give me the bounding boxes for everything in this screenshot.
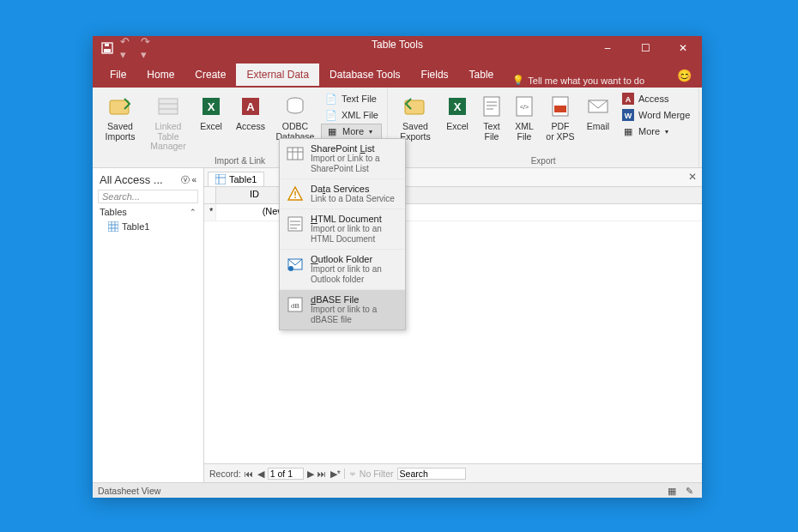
- tab-file[interactable]: File: [100, 63, 136, 86]
- doc-close-button[interactable]: ✕: [688, 171, 697, 183]
- svg-rect-2: [105, 44, 109, 46]
- svg-text:</>: </>: [520, 104, 529, 110]
- dd-item-icon: [285, 143, 305, 164]
- minimize-button[interactable]: –: [589, 36, 626, 60]
- record-position-input[interactable]: [268, 468, 304, 480]
- tab-home[interactable]: Home: [136, 63, 184, 86]
- redo-icon[interactable]: ↷ ▾: [141, 40, 156, 56]
- datasheet-view-button[interactable]: ▦: [664, 486, 680, 496]
- export-access-button[interactable]: AAccess: [618, 91, 693, 106]
- group-export: Saved Exports X Excel Text File </> XML …: [388, 88, 699, 167]
- maximize-button[interactable]: ☐: [626, 36, 664, 60]
- import-access-button[interactable]: A Access: [232, 91, 269, 134]
- odbc-icon: [281, 93, 309, 120]
- svg-rect-15: [484, 97, 499, 116]
- nav-item-label: Table1: [122, 221, 149, 232]
- export-more-button[interactable]: ▦More▾: [618, 124, 693, 139]
- nav-item-table1[interactable]: Table1: [93, 219, 203, 234]
- import-xml-file-button[interactable]: 📄XML File: [321, 107, 382, 123]
- nav-pane-title[interactable]: All Access ... ⓥ «: [93, 168, 203, 188]
- nav-next-button[interactable]: ▶: [307, 469, 314, 479]
- linked-table-manager-label: Linked Table Manager: [148, 122, 189, 152]
- lightbulb-icon: 💡: [512, 75, 524, 86]
- export-xml-button[interactable]: </> XML File: [510, 91, 539, 143]
- dd-item-data-services[interactable]: !Data ServicesLink to a Data Service: [280, 179, 405, 209]
- navigation-pane: All Access ... ⓥ « Search... Tables ⌃ Ta…: [93, 168, 204, 482]
- access-icon: A: [621, 92, 635, 106]
- dd-item-sharepoint-list[interactable]: SharePoint ListImport or Link to a Share…: [280, 139, 405, 179]
- chevron-double-icon: ⓥ «: [181, 174, 196, 186]
- saved-imports-icon: [106, 93, 134, 120]
- tab-create[interactable]: Create: [184, 63, 236, 86]
- group-export-label: Export: [393, 154, 693, 167]
- dd-item-outlook-folder[interactable]: Outlook FolderImport or link to an Outlo…: [280, 250, 405, 290]
- svg-point-47: [288, 266, 293, 271]
- export-text-button[interactable]: Text File: [477, 91, 506, 143]
- nav-new-button[interactable]: ▶*: [330, 469, 341, 479]
- export-excel-label: Excel: [446, 122, 469, 132]
- dd-item-title: SharePoint List: [311, 143, 400, 154]
- svg-rect-1: [104, 49, 111, 52]
- svg-rect-33: [215, 174, 226, 184]
- dd-item-icon: !: [285, 184, 305, 204]
- more-icon: ▦: [325, 124, 339, 138]
- excel-icon: X: [444, 93, 471, 120]
- dd-item-text: HTML DocumentImport or link to an HTML D…: [311, 214, 400, 245]
- svg-rect-42: [288, 217, 302, 231]
- export-more-label: More: [638, 126, 660, 136]
- import-more-label: More: [342, 126, 364, 136]
- export-pdf-button[interactable]: PDF or XPS: [542, 91, 578, 143]
- saved-imports-button[interactable]: Saved Imports: [98, 91, 142, 143]
- dd-item-subtitle: Import or link to an HTML Document: [311, 224, 400, 245]
- more-icon: ▦: [621, 124, 635, 138]
- export-pdf-label: PDF or XPS: [546, 122, 574, 142]
- xml-file-icon: 📄: [324, 108, 338, 122]
- nav-group-tables[interactable]: Tables ⌃: [93, 205, 203, 219]
- nav-prev-button[interactable]: ◀: [257, 469, 264, 479]
- odbc-database-button[interactable]: ODBC Database: [273, 91, 317, 143]
- doc-tab-label: Table1: [229, 174, 257, 184]
- import-excel-button[interactable]: X Excel: [194, 91, 228, 134]
- export-small-stack: AAccess WWord Merge ▦More▾: [618, 91, 693, 139]
- dd-item-subtitle: Import or link to a dBASE file: [311, 305, 400, 325]
- tab-database-tools[interactable]: Database Tools: [319, 63, 411, 86]
- svg-text:A: A: [626, 95, 632, 104]
- design-view-button[interactable]: ✎: [682, 486, 697, 496]
- record-search-input[interactable]: [397, 468, 466, 480]
- access-icon: A: [237, 93, 264, 120]
- export-excel-button[interactable]: X Excel: [441, 91, 474, 134]
- close-button[interactable]: ✕: [664, 36, 702, 60]
- import-access-label: Access: [236, 122, 265, 132]
- nav-search-input[interactable]: Search...: [98, 190, 198, 203]
- export-email-label: Email: [587, 122, 609, 132]
- tab-external-data[interactable]: External Data: [236, 63, 319, 86]
- dd-item-html-document[interactable]: HTML DocumentImport or link to an HTML D…: [280, 209, 405, 250]
- row-selector-header: [204, 187, 216, 203]
- export-email-button[interactable]: Email: [582, 91, 614, 134]
- nav-first-button[interactable]: ⏮: [245, 469, 254, 479]
- saved-imports-label: Saved Imports: [105, 122, 135, 142]
- filter-indicator: ⫧No Filter: [344, 469, 394, 479]
- saved-exports-icon: [402, 93, 429, 120]
- dd-item-text: Outlook FolderImport or link to an Outlo…: [311, 254, 400, 285]
- save-icon[interactable]: [100, 40, 115, 56]
- xml-file-icon: </>: [511, 93, 538, 120]
- svg-rect-4: [159, 99, 178, 114]
- nav-last-button[interactable]: ⏭: [317, 469, 327, 479]
- import-text-file-button[interactable]: 📄Text File: [321, 91, 382, 106]
- ribbon-tabs: File Home Create External Data Database …: [93, 60, 702, 86]
- export-word-merge-button[interactable]: WWord Merge: [618, 107, 693, 123]
- svg-rect-28: [108, 221, 118, 232]
- dd-item-dbase-file[interactable]: dBdBASE FileImport or link to a dBASE fi…: [280, 290, 405, 329]
- dd-item-title: Outlook Folder: [311, 254, 400, 264]
- svg-text:dB: dB: [291, 302, 299, 310]
- saved-exports-button[interactable]: Saved Exports: [393, 91, 438, 143]
- svg-text:!: !: [293, 190, 297, 200]
- dd-item-text: dBASE FileImport or link to a dBASE file: [311, 294, 400, 325]
- tab-fields[interactable]: Fields: [411, 63, 459, 86]
- undo-icon[interactable]: ↶ ▾: [120, 40, 136, 56]
- tell-me-search[interactable]: 💡 Tell me what you want to do: [512, 75, 644, 86]
- tab-table[interactable]: Table: [459, 63, 505, 86]
- doc-tab-table1[interactable]: Table1: [208, 172, 264, 186]
- import-more-button[interactable]: ▦More▾: [321, 124, 382, 139]
